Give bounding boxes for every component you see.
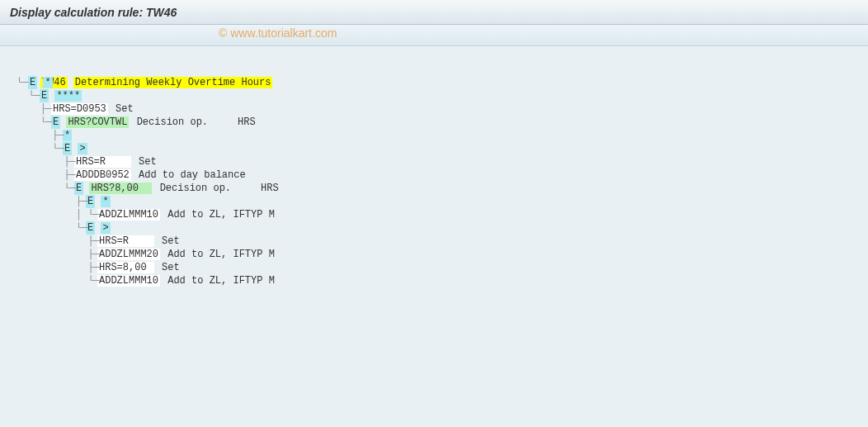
tree-row: ├─HRS=R Set bbox=[17, 155, 868, 168]
node-code: ADDDB0952 bbox=[74, 169, 131, 181]
tree-row[interactable]: └─E HRS?8,00 Decision op. HRS bbox=[17, 182, 868, 195]
tree-row[interactable]: └─E HRS?COVTWL Decision op. HRS bbox=[17, 116, 868, 129]
tree-row[interactable]: └─E > bbox=[17, 142, 868, 155]
tree-toggle[interactable]: E bbox=[28, 76, 37, 89]
node-desc: Add to ZL, IFTYP M bbox=[166, 275, 276, 287]
node-desc: Decision op. HRS bbox=[135, 116, 257, 128]
node-code: HRS=D0953 bbox=[51, 103, 108, 115]
node-code: ADDZLMMM10 bbox=[97, 275, 160, 287]
node-code: ADDZLMMM20 bbox=[97, 249, 160, 260]
node-desc: Add to day balance bbox=[137, 169, 248, 181]
node-desc: Set bbox=[114, 103, 135, 115]
tree-row: ├─HRS=8,00 Set bbox=[17, 261, 868, 274]
tree-row: │ └─ADDZLMMM10 Add to ZL, IFTYP M bbox=[17, 208, 868, 221]
tree-row: ├─ADDZLMMM20 Add to ZL, IFTYP M bbox=[17, 248, 868, 261]
node-desc: Add to ZL, IFTYP M bbox=[166, 209, 276, 221]
tree-row: ├─HRS=R Set bbox=[17, 235, 868, 248]
node-code: **** bbox=[54, 90, 82, 102]
node-code: > bbox=[101, 222, 110, 234]
node-code: HRS?COVTWL bbox=[66, 116, 129, 128]
node-code: HRS=R bbox=[97, 235, 154, 247]
toolbar: © www.tutorialkart.com bbox=[0, 25, 868, 46]
node-code: ADDZLMMM10 bbox=[97, 209, 160, 221]
tree-toggle[interactable]: E bbox=[40, 89, 49, 102]
node-desc: Decision op. HRS bbox=[158, 183, 281, 194]
node-desc: Set bbox=[160, 262, 182, 273]
node-code: HRS=8,00 bbox=[97, 262, 154, 273]
tree-row[interactable]: └─E * bbox=[17, 76, 868, 89]
tree-view: TW46 Determining Weekly Overtime Hours └… bbox=[0, 46, 868, 287]
node-code: HRS=R bbox=[74, 156, 131, 168]
node-desc: Add to ZL, IFTYP M bbox=[166, 249, 276, 260]
tree-root[interactable]: TW46 Determining Weekly Overtime Hours bbox=[17, 63, 868, 76]
watermark: © www.tutorialkart.com bbox=[219, 26, 337, 40]
tree-row[interactable]: └─E > bbox=[17, 221, 868, 235]
tree-row[interactable]: └─E **** bbox=[17, 89, 868, 102]
node-desc: Set bbox=[137, 156, 158, 168]
tree-row: ├─* bbox=[17, 129, 868, 142]
node-code: > bbox=[78, 143, 87, 154]
node-code: * bbox=[43, 77, 52, 88]
tree-row[interactable]: ├─E * bbox=[17, 195, 868, 208]
tree-row: ├─HRS=D0953 Set bbox=[17, 102, 868, 116]
node-code: * bbox=[101, 196, 110, 207]
node-desc: Set bbox=[160, 235, 182, 247]
tree-row: ├─ADDDB0952 Add to day balance bbox=[17, 168, 868, 182]
node-code: HRS?8,00 bbox=[89, 183, 152, 194]
tree-row: └─ADDZLMMM10 Add to ZL, IFTYP M bbox=[17, 274, 868, 287]
tree-toggle[interactable]: E bbox=[51, 116, 60, 129]
page-title: Display calculation rule: TW46 bbox=[10, 6, 177, 19]
titlebar: Display calculation rule: TW46 bbox=[0, 0, 868, 25]
